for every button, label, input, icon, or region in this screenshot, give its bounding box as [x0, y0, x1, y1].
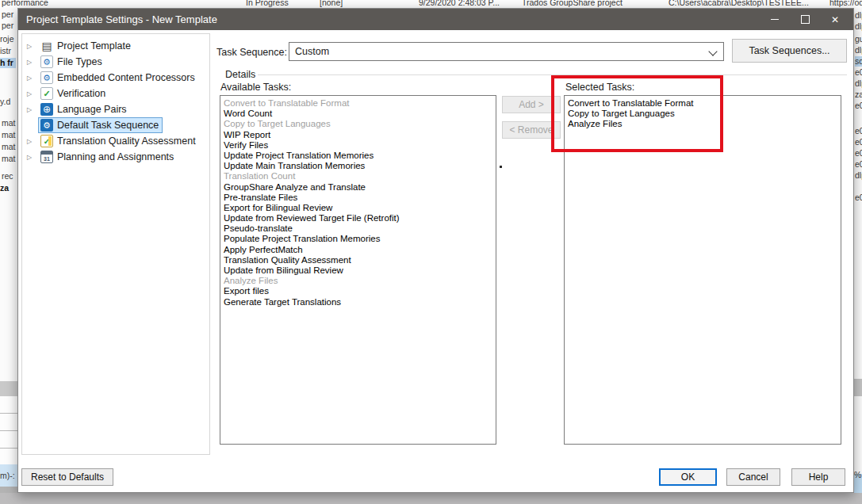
maximize-icon [801, 15, 810, 24]
available-task-item[interactable]: Update from Bilingual Review [220, 265, 496, 276]
available-task-item[interactable]: Translation Quality Assessment [220, 255, 496, 265]
available-task-item[interactable]: Pre-translate Files [220, 193, 496, 203]
close-button[interactable]: ✕ [820, 9, 850, 30]
background-text-fragment: y.d [0, 97, 10, 107]
background-text-fragment: e0 [855, 137, 862, 147]
available-task-item[interactable]: Analyze Files [220, 276, 496, 286]
tree-item-body[interactable]: Embedded Content Processors [38, 70, 199, 86]
tree-item[interactable]: Project Template [22, 38, 209, 54]
available-tasks-label: Available Tasks: [220, 82, 291, 93]
tree-item-body[interactable]: Default Task Sequence [38, 117, 163, 133]
task-sequence-combobox[interactable]: Custom [289, 42, 724, 61]
background-text-fragment: Trados GroupShare project [522, 0, 623, 8]
background-text-fragment: rec [2, 171, 13, 181]
background-rows [0, 396, 17, 464]
tree-item[interactable]: Translation Quality Assessment [22, 133, 209, 149]
window-controls: ✕ [760, 9, 850, 30]
available-task-item[interactable]: Generate Target Translations [220, 297, 496, 307]
background-text-fragment: C:\Users\acabra\Desktop\TESTEEE... [669, 0, 809, 8]
available-task-item[interactable]: GroupShare Analyze and Translate [220, 182, 496, 193]
ok-button[interactable]: OK [659, 468, 717, 486]
background-text-fragment: performance [2, 0, 48, 8]
reset-to-defaults-button[interactable]: Reset to Defaults [21, 468, 113, 486]
expand-arrow-icon[interactable] [27, 43, 38, 50]
available-task-item[interactable]: Pseudo-translate [220, 223, 496, 234]
background-gray-bar [0, 487, 17, 493]
tree-item-body[interactable]: File Types [38, 54, 106, 70]
tree-item-icon [40, 55, 53, 68]
tree-item[interactable]: Language Pairs [22, 101, 209, 117]
background-text-fragment: dlp [855, 45, 862, 55]
dialog-title: Project Template Settings - New Template [26, 13, 217, 25]
available-task-item[interactable]: Populate Project Translation Memories [220, 234, 496, 244]
background-text-fragment: e0 [855, 193, 862, 203]
tree-item-body[interactable]: Translation Quality Assessment [38, 133, 200, 149]
tree-item-icon [40, 40, 53, 52]
tree-item-label: Translation Quality Assessment [57, 136, 196, 147]
task-sequences-button[interactable]: Task Sequences... [732, 39, 847, 63]
stray-dot [500, 166, 502, 168]
expand-arrow-icon[interactable] [27, 154, 38, 161]
background-gray-bar [0, 381, 17, 396]
background-text-fragment: https://odsu4.sdl [829, 0, 862, 8]
available-task-item[interactable]: Verify Files [220, 140, 496, 151]
tree-item-body[interactable]: Verification [38, 86, 109, 101]
tree-item[interactable]: Embedded Content Processors [22, 70, 209, 86]
cancel-button[interactable]: Cancel [726, 468, 780, 486]
tree-item[interactable]: Planning and Assignments [22, 149, 209, 165]
background-text-fragment: mat [2, 118, 16, 128]
title-bar[interactable]: Project Template Settings - New Template… [18, 9, 853, 30]
expand-arrow-icon[interactable] [27, 74, 38, 82]
tree-item-label: Language Pairs [57, 104, 127, 115]
background-text-fragment: dlp [855, 78, 862, 89]
available-task-item[interactable]: Copy to Target Languages [220, 119, 496, 129]
available-task-item[interactable]: Update from Reviewed Target File (Retrof… [220, 213, 496, 223]
background-text-fragment: per [2, 10, 13, 20]
expand-arrow-icon[interactable] [27, 138, 38, 145]
background-text-fragment: e0 [855, 67, 862, 78]
tree-item-icon [40, 71, 53, 84]
background-text-fragment: m)-: [0, 471, 15, 481]
background-text-fragment: % [854, 470, 861, 480]
background-text-fragment: per [2, 21, 13, 31]
background-text-fragment: e0 [855, 148, 862, 158]
background-text-fragment: za [0, 183, 9, 193]
tree-item-icon [40, 87, 53, 100]
tree-item-body[interactable]: Project Template [38, 38, 135, 54]
background-text-fragment: gu [855, 34, 862, 44]
background-text-fragment: e0 [855, 159, 862, 170]
tree-item-icon [40, 119, 53, 132]
expand-arrow-icon[interactable] [27, 106, 38, 113]
maximize-button[interactable] [790, 9, 820, 30]
tree-item-label: Default Task Sequence [57, 120, 159, 131]
tree-item[interactable]: File Types [22, 54, 209, 70]
background-text-fragment: [none] [320, 0, 343, 8]
help-button[interactable]: Help [791, 468, 845, 486]
available-tasks-list[interactable]: Convert to Translatable FormatWord Count… [220, 95, 496, 445]
available-task-item[interactable]: Convert to Translatable Format [220, 98, 496, 109]
background-text-fragment: za [855, 90, 862, 100]
available-task-item[interactable]: Export for Bilingual Review [220, 203, 496, 213]
background-text-fragment: mat [2, 142, 16, 152]
expand-arrow-icon[interactable] [27, 90, 38, 97]
tree-item[interactable]: Verification [22, 86, 209, 101]
background-text-fragment: dlp [855, 21, 862, 32]
annotation-highlight-rectangle [551, 75, 723, 152]
tree-item-body[interactable]: Planning and Assignments [38, 149, 178, 165]
background-text-fragment: roje [0, 34, 14, 44]
minimize-button[interactable] [760, 9, 790, 30]
tree-item[interactable]: Default Task Sequence [22, 117, 209, 133]
background-right-strip: dlpdlpgudlpsde0dlpzae0e0e0e0e0dlpe0% [854, 8, 862, 493]
settings-tree[interactable]: Project Template File Types Embedded Con… [21, 33, 210, 455]
available-task-item[interactable]: WIP Report [220, 130, 496, 140]
task-sequence-value: Custom [295, 46, 329, 57]
available-task-item[interactable]: Word Count [220, 109, 496, 119]
tree-item-body[interactable]: Language Pairs [38, 101, 131, 117]
available-task-item[interactable]: Update Main Translation Memories [220, 161, 496, 171]
tree-item-icon [40, 151, 53, 163]
available-task-item[interactable]: Apply PerfectMatch [220, 245, 496, 255]
available-task-item[interactable]: Translation Count [220, 171, 496, 181]
expand-arrow-icon[interactable] [27, 59, 38, 66]
available-task-item[interactable]: Update Project Translation Memories [220, 151, 496, 161]
available-task-item[interactable]: Export files [220, 286, 496, 296]
